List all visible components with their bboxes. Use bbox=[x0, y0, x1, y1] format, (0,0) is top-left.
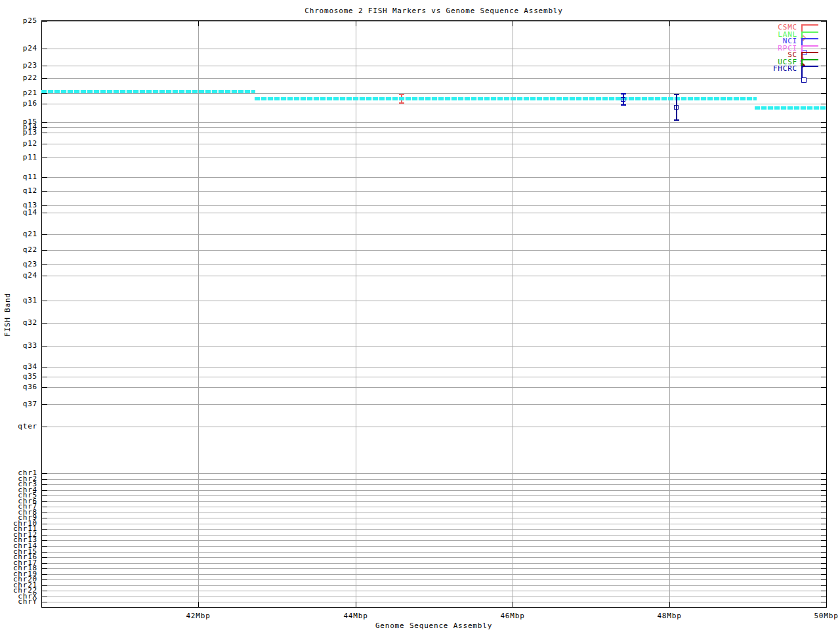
ytick-right-chr15 bbox=[821, 552, 826, 553]
ytick-left-q37 bbox=[42, 404, 47, 405]
ytick-left-p12 bbox=[42, 144, 47, 144]
ygridline-p12 bbox=[42, 144, 826, 144]
ytick-left-q22 bbox=[42, 250, 47, 251]
fish-marker-chart: Chromosome 2 FISH Markers vs Genome Sequ… bbox=[0, 0, 840, 630]
xgridline-44Mbp bbox=[356, 21, 356, 607]
ygridline-chrY bbox=[42, 602, 826, 602]
marker-square-NCI bbox=[621, 97, 625, 102]
ygridline-p23 bbox=[42, 66, 826, 66]
ytick-left-chr22 bbox=[42, 591, 47, 591]
ytick-label-q24: q24 bbox=[0, 272, 37, 279]
ytick-right-chr9 bbox=[821, 518, 826, 518]
marker-cap-bottom-NCI bbox=[621, 104, 626, 106]
ytick-right-p25 bbox=[821, 21, 826, 22]
xtick-label-50Mbp: 50Mbp bbox=[800, 612, 840, 620]
ygridline-chr21 bbox=[42, 585, 826, 586]
ygridline-chr2 bbox=[42, 479, 826, 480]
ytick-right-q23 bbox=[821, 264, 826, 265]
xtick-top-48Mbp bbox=[669, 21, 670, 26]
xgridline-48Mbp bbox=[669, 21, 670, 607]
ygridline-chr18 bbox=[42, 568, 826, 569]
ytick-label-p25: p25 bbox=[0, 18, 37, 24]
ytick-right-chr4 bbox=[821, 490, 826, 491]
ytick-left-qter bbox=[42, 427, 47, 427]
ytick-right-chr8 bbox=[821, 513, 826, 513]
ytick-right-qter bbox=[821, 427, 826, 427]
ygridline-chr14 bbox=[42, 546, 826, 547]
ygridline-p13 bbox=[42, 133, 826, 133]
ytick-right-chr22 bbox=[821, 591, 826, 591]
ytick-left-q14 bbox=[42, 213, 47, 213]
marker-cap-bottom-CSMC bbox=[399, 102, 404, 104]
ygridline-chr8 bbox=[42, 513, 826, 513]
ytick-label-p23: p23 bbox=[0, 62, 37, 69]
ygridline-chrX bbox=[42, 597, 826, 597]
xtick-bottom-44Mbp bbox=[356, 602, 356, 607]
ytick-left-q13 bbox=[42, 205, 47, 206]
ytick-label-p21: p21 bbox=[0, 90, 37, 96]
ygridline-chr4 bbox=[42, 490, 826, 491]
legend-cap-left-LANL bbox=[801, 33, 803, 38]
xtick-label-44Mbp: 44Mbp bbox=[329, 612, 382, 620]
ygridline-chr1 bbox=[42, 473, 826, 474]
ytick-label-q22: q22 bbox=[0, 247, 37, 253]
ytick-label-q23: q23 bbox=[0, 261, 37, 268]
ytick-right-q34 bbox=[821, 367, 826, 368]
ygridline-chr15 bbox=[42, 552, 826, 553]
xtick-bottom-48Mbp bbox=[669, 602, 670, 607]
ytick-left-q23 bbox=[42, 264, 47, 265]
ytick-left-chr11 bbox=[42, 529, 47, 530]
ytick-left-p11 bbox=[42, 158, 47, 158]
ygridline-chr3 bbox=[42, 484, 826, 485]
ytick-right-p15 bbox=[821, 122, 826, 123]
ytick-left-chr2 bbox=[42, 479, 47, 480]
ygridline-p14 bbox=[42, 127, 826, 128]
ygridline-q35 bbox=[42, 377, 826, 377]
ytick-right-p21 bbox=[821, 93, 826, 94]
ytick-right-chr14 bbox=[821, 546, 826, 547]
ygridline-q23 bbox=[42, 264, 826, 265]
ytick-left-chrY bbox=[42, 602, 47, 602]
ygridline-p25 bbox=[42, 21, 826, 22]
marker-square-FHCRC bbox=[674, 105, 679, 110]
chart-title: Chromosome 2 FISH Markers vs Genome Sequ… bbox=[41, 7, 826, 15]
ygridline-q22 bbox=[42, 250, 826, 251]
ytick-label-q37: q37 bbox=[0, 401, 37, 408]
ygridline-chr9 bbox=[42, 518, 826, 518]
ygridline-p16 bbox=[42, 104, 826, 104]
plot-area-border bbox=[41, 20, 827, 608]
legend-cap-left-SC bbox=[801, 53, 803, 58]
ytick-right-chr21 bbox=[821, 585, 826, 586]
ytick-label-p22: p22 bbox=[0, 75, 37, 81]
ygridline-p11 bbox=[42, 158, 826, 158]
ytick-label-p16: p16 bbox=[0, 100, 37, 107]
marker-cap-top-NCI bbox=[621, 93, 626, 94]
legend-cap-left-NCI bbox=[801, 39, 803, 45]
ytick-left-chr15 bbox=[42, 552, 47, 553]
ytick-right-chr3 bbox=[821, 484, 826, 485]
ytick-label-chrY: chrY bbox=[0, 598, 37, 605]
ytick-label-q11: q11 bbox=[0, 174, 37, 180]
ygridline-q11 bbox=[42, 177, 826, 178]
ytick-right-p14 bbox=[821, 127, 826, 128]
legend-sample-NCI bbox=[801, 38, 818, 45]
ytick-right-q11 bbox=[821, 177, 826, 178]
ytick-label-p11: p11 bbox=[0, 154, 37, 161]
ygridline-q33 bbox=[42, 346, 826, 346]
ygridline-p21 bbox=[42, 93, 826, 94]
ytick-label-p12: p12 bbox=[0, 140, 37, 147]
ytick-right-q36 bbox=[821, 387, 826, 388]
ytick-right-p12 bbox=[821, 144, 826, 144]
ytick-left-q21 bbox=[42, 234, 47, 235]
ytick-right-chr18 bbox=[821, 568, 826, 569]
legend-label-FHCRC: FHCRC bbox=[722, 65, 797, 72]
ytick-left-p24 bbox=[42, 49, 47, 49]
ytick-right-q24 bbox=[821, 276, 826, 276]
xgridline-46Mbp bbox=[513, 21, 513, 607]
ytick-left-chr5 bbox=[42, 495, 47, 496]
legend-cap-left-CSMC bbox=[801, 26, 803, 31]
ytick-left-q33 bbox=[42, 346, 47, 346]
ytick-left-chr17 bbox=[42, 563, 47, 564]
ytick-label-q14: q14 bbox=[0, 209, 37, 216]
ytick-right-chr5 bbox=[821, 495, 826, 496]
